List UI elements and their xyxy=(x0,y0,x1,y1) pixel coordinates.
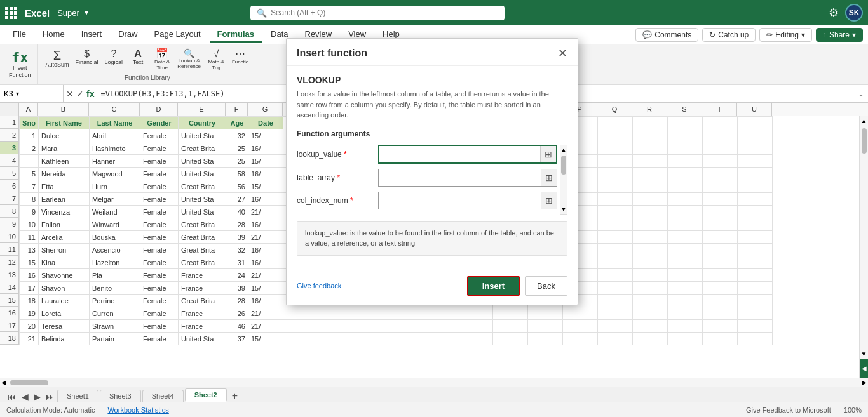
func-args-title: Function arguments xyxy=(297,129,567,138)
args-scrollbar[interactable]: ▲ ▼ xyxy=(560,145,567,215)
args-list: lookup_value * ⊞ table_array * ⊞ xyxy=(297,145,557,215)
col-index-input[interactable] xyxy=(379,192,541,209)
modal-close-btn[interactable]: ✕ xyxy=(558,46,567,60)
modal-body: VLOOKUP Looks for a value in the leftmos… xyxy=(287,66,578,271)
col-index-icon-btn[interactable]: ⊞ xyxy=(541,192,557,209)
arg-row-lookup-value: lookup_value * ⊞ xyxy=(297,145,557,164)
hint-text: lookup_value: is the value to be found i… xyxy=(305,229,554,248)
lookup-value-icon-btn[interactable]: ⊞ xyxy=(540,146,556,162)
lookup-value-input[interactable] xyxy=(379,146,540,162)
args-scroll-down[interactable]: ▼ xyxy=(560,205,568,214)
function-hint-box: lookup_value: is the value to be found i… xyxy=(297,221,567,256)
col-index-input-wrap[interactable]: ⊞ xyxy=(378,192,557,209)
table-array-input[interactable] xyxy=(379,169,541,186)
function-description: Looks for a value in the leftmost column… xyxy=(297,89,567,121)
modal-overlay: Insert function ✕ VLOOKUP Looks for a va… xyxy=(0,0,868,417)
lookup-value-input-wrap[interactable]: ⊞ xyxy=(378,145,557,164)
modal-title: Insert function xyxy=(297,48,367,59)
modal-footer: Give feedback Insert Back xyxy=(287,271,578,305)
function-name: VLOOKUP xyxy=(297,75,567,85)
args-scroll-track xyxy=(561,154,566,205)
args-scroll-up[interactable]: ▲ xyxy=(560,145,568,154)
table-array-icon-btn[interactable]: ⊞ xyxy=(541,169,557,186)
arg-row-col-index: col_index_num * ⊞ xyxy=(297,192,557,209)
required-star-1: * xyxy=(344,150,347,159)
back-button[interactable]: Back xyxy=(525,276,567,296)
footer-buttons: Insert Back xyxy=(467,276,567,296)
modal-header: Insert function ✕ xyxy=(287,39,578,66)
arg-label-table-array: table_array * xyxy=(297,173,373,182)
required-star-2: * xyxy=(337,173,340,182)
args-scroll-thumb[interactable] xyxy=(561,156,566,175)
insert-function-modal: Insert function ✕ VLOOKUP Looks for a va… xyxy=(286,38,578,305)
arg-label-col-index: col_index_num * xyxy=(297,196,373,205)
insert-button[interactable]: Insert xyxy=(467,276,520,296)
required-star-3: * xyxy=(350,196,353,205)
args-container: lookup_value * ⊞ table_array * ⊞ xyxy=(297,145,567,215)
arg-row-table-array: table_array * ⊞ xyxy=(297,169,557,187)
give-feedback-link[interactable]: Give feedback xyxy=(297,282,341,289)
table-array-input-wrap[interactable]: ⊞ xyxy=(378,169,557,187)
arg-label-lookup-value: lookup_value * xyxy=(297,150,373,159)
